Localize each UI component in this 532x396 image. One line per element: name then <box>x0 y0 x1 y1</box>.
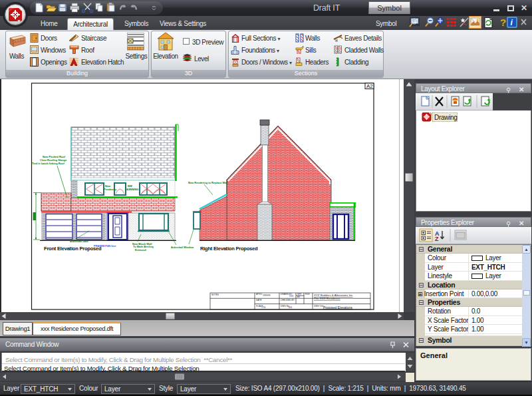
svg-text:Tied in batch linking Roof: Tied in batch linking Roof <box>32 162 65 165</box>
svg-text:?: ? <box>500 17 506 28</box>
svg-text:ASNNING: ASNNING <box>126 188 138 191</box>
svg-text:Z: Z <box>435 236 439 242</box>
svg-text:A3: A3 <box>297 296 300 298</box>
svg-text:Pendextry: Pendextry <box>104 188 117 191</box>
svg-text:Asbsslad Window: Asbsslad Window <box>171 246 194 249</box>
svg-text:NOTES: NOTES <box>211 294 219 296</box>
svg-text:FILE: FILE <box>305 293 310 296</box>
svg-text:001: 001 <box>289 306 293 309</box>
svg-text:Esimusd: Esimusd <box>135 248 146 252</box>
svg-text:Asbsslad Gats: Asbsslad Gats <box>70 240 89 243</box>
svg-text:XXX: XXX <box>289 295 294 297</box>
svg-text:Proposed Elevations: Proposed Elevations <box>323 306 353 309</box>
svg-text:New Rendering to Replace Wall: New Rendering to Replace Wall <box>188 181 228 184</box>
svg-text:APVD:: APVD: <box>256 293 263 296</box>
svg-text:A2: A2 <box>366 83 373 89</box>
svg-text:DATE:: DATE: <box>256 299 262 301</box>
svg-text:The XXX Residence: The XXX Residence <box>314 297 340 300</box>
svg-text:CHECKED BY:: CHECKED BY: <box>281 299 295 301</box>
svg-text:Right Elevation Proposed: Right Elevation Proposed <box>200 246 258 252</box>
svg-text:Front Elevation Proposed: Front Elevation Proposed <box>44 246 102 252</box>
svg-text:1999/99: 1999/99 <box>263 294 271 297</box>
svg-text:1:50: 1:50 <box>261 306 265 309</box>
